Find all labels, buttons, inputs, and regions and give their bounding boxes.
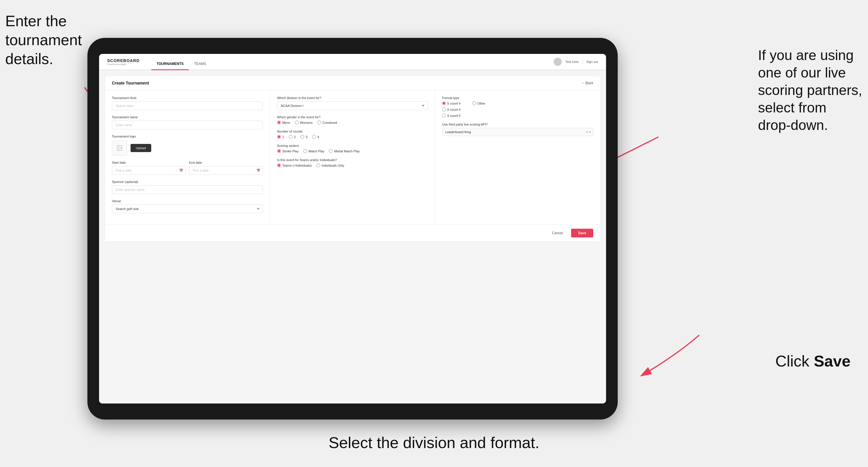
format-other-label: Other — [477, 102, 486, 105]
gender-mens[interactable]: Mens — [277, 121, 290, 124]
format-row: 5 count 4 6 count 4 6 count 5 — [442, 101, 593, 117]
format-other[interactable]: Other — [472, 101, 486, 105]
name-input[interactable] — [112, 121, 263, 129]
name-group: Tournament name — [112, 115, 263, 129]
event-teams-label: Teams (+Individuals) — [282, 164, 312, 167]
gender-womens[interactable]: Womens — [295, 121, 313, 124]
format-5count4-radio[interactable] — [442, 101, 446, 105]
form-card: Create Tournament ‹ Back Tournament Host — [105, 76, 600, 242]
logo-upload: Upload — [112, 141, 263, 156]
logo-area: SCOREBOARD Powered by clippit — [107, 58, 140, 66]
logo-sub: Powered by clippit — [107, 63, 140, 66]
round-3-radio[interactable] — [301, 135, 304, 139]
division-select[interactable]: NCAA Division I — [277, 101, 428, 110]
gender-womens-radio[interactable] — [295, 121, 299, 124]
scoring-group: Scoring system Stroke Play Match Play — [277, 144, 428, 153]
round-4[interactable]: 4 — [312, 135, 319, 139]
end-date-group: End date 📅 — [189, 161, 263, 175]
top-nav: SCOREBOARD Powered by clippit TOURNAMENT… — [99, 54, 606, 70]
format-other-radio[interactable] — [472, 101, 476, 105]
venue-select[interactable]: Search golf club — [112, 205, 263, 213]
format-right: Other — [472, 101, 486, 117]
live-scoring-label: Use third-party live scoring API? — [442, 123, 593, 126]
sign-out-link[interactable]: Sign out — [586, 60, 598, 63]
form-card-header: Create Tournament ‹ Back — [105, 76, 600, 90]
rounds-radio-group: 1 2 3 — [277, 135, 428, 139]
round-2[interactable]: 2 — [289, 135, 296, 139]
logo-label: Tournament logo — [112, 134, 263, 138]
live-scoring-input[interactable] — [442, 128, 593, 136]
round-4-radio[interactable] — [312, 135, 316, 139]
event-type-radio-group: Teams (+Individuals) Individuals Only — [277, 163, 428, 167]
back-link[interactable]: ‹ Back — [582, 81, 593, 85]
user-avatar — [554, 58, 562, 66]
format-5count4[interactable]: 5 count 4 — [442, 101, 460, 105]
format-group: Format type 5 count 4 6 count — [442, 96, 593, 117]
nav-tabs: TOURNAMENTS TEAMS — [151, 54, 211, 70]
round-2-radio[interactable] — [289, 135, 292, 139]
scoring-stroke[interactable]: Stroke Play — [277, 149, 299, 153]
scoring-medal-match-label: Medal Match Play — [334, 150, 360, 153]
gender-combined[interactable]: Combined — [317, 121, 337, 124]
gender-mens-radio[interactable] — [277, 121, 281, 124]
sponsor-input[interactable] — [112, 185, 263, 194]
scoring-label: Scoring system — [277, 144, 428, 148]
form-col-3: Format type 5 count 4 6 count — [435, 90, 600, 224]
scoring-medal-match-radio[interactable] — [329, 149, 333, 153]
round-4-label: 4 — [317, 135, 319, 139]
save-button[interactable]: Save — [571, 229, 593, 238]
live-scoring-group: Use third-party live scoring API? ✕ ▾ — [442, 123, 593, 136]
format-6count5-radio[interactable] — [442, 114, 446, 117]
round-2-label: 2 — [294, 135, 296, 139]
event-individuals[interactable]: Individuals Only — [316, 163, 344, 167]
live-scoring-clear-icon[interactable]: ✕ ▾ — [586, 130, 591, 134]
scoring-match-radio[interactable] — [303, 149, 307, 153]
nav-tab-teams[interactable]: TEAMS — [189, 58, 211, 70]
end-date-input[interactable] — [189, 166, 263, 175]
svg-point-5 — [118, 147, 119, 148]
venue-group: Venue Search golf club — [112, 199, 263, 213]
format-6count4[interactable]: 6 count 4 — [442, 107, 460, 111]
gender-combined-radio[interactable] — [317, 121, 321, 124]
nav-tab-tournaments[interactable]: TOURNAMENTS — [151, 58, 189, 70]
scoring-match[interactable]: Match Play — [303, 149, 324, 153]
round-3[interactable]: 3 — [301, 135, 307, 139]
format-left: 5 count 4 6 count 4 6 count 5 — [442, 101, 460, 117]
scoring-match-label: Match Play — [309, 150, 324, 153]
form-footer: Cancel Save — [105, 224, 600, 242]
round-1-radio[interactable] — [277, 135, 281, 139]
end-date-wrap: 📅 — [189, 166, 263, 175]
name-label: Tournament name — [112, 115, 263, 119]
form-col-2: Which division is the event for? NCAA Di… — [270, 90, 435, 224]
division-label: Which division is the event for? — [277, 96, 428, 100]
format-6count4-radio[interactable] — [442, 107, 446, 111]
start-date-wrap: 📅 — [112, 166, 186, 175]
round-3-label: 3 — [306, 135, 307, 139]
scoring-stroke-radio[interactable] — [277, 149, 281, 153]
end-date-label: End date — [189, 161, 263, 164]
event-individuals-radio[interactable] — [316, 163, 320, 167]
rounds-group: Number of rounds 1 2 — [277, 130, 428, 139]
gender-radio-group: Mens Womens Combined — [277, 121, 428, 124]
format-label: Format type — [442, 96, 593, 100]
form-body: Tournament Host Tournament name Tourname… — [105, 90, 600, 224]
gender-combined-label: Combined — [322, 121, 337, 124]
round-1[interactable]: 1 — [277, 135, 284, 139]
sponsor-group: Sponsor (optional) — [112, 180, 263, 194]
event-type-group: Is this event for Teams and/or Individua… — [277, 158, 428, 167]
form-col-1: Tournament Host Tournament name Tourname… — [105, 90, 270, 224]
upload-button[interactable]: Upload — [130, 144, 151, 152]
event-teams[interactable]: Teams (+Individuals) — [277, 163, 312, 167]
tablet-screen: SCOREBOARD Powered by clippit TOURNAMENT… — [99, 54, 606, 404]
start-date-input[interactable] — [112, 166, 186, 175]
format-6count5[interactable]: 6 count 5 — [442, 114, 460, 117]
format-5count4-label: 5 count 4 — [447, 102, 460, 105]
host-input[interactable] — [112, 101, 263, 110]
scoring-medal-match[interactable]: Medal Match Play — [329, 149, 360, 153]
division-group: Which division is the event for? NCAA Di… — [277, 96, 428, 110]
annotation-enter-details: Enter the tournament details. — [5, 12, 82, 68]
event-teams-radio[interactable] — [277, 163, 281, 167]
cancel-button[interactable]: Cancel — [548, 229, 567, 238]
gender-mens-label: Mens — [282, 121, 290, 124]
format-6count5-label: 6 count 5 — [447, 114, 460, 117]
